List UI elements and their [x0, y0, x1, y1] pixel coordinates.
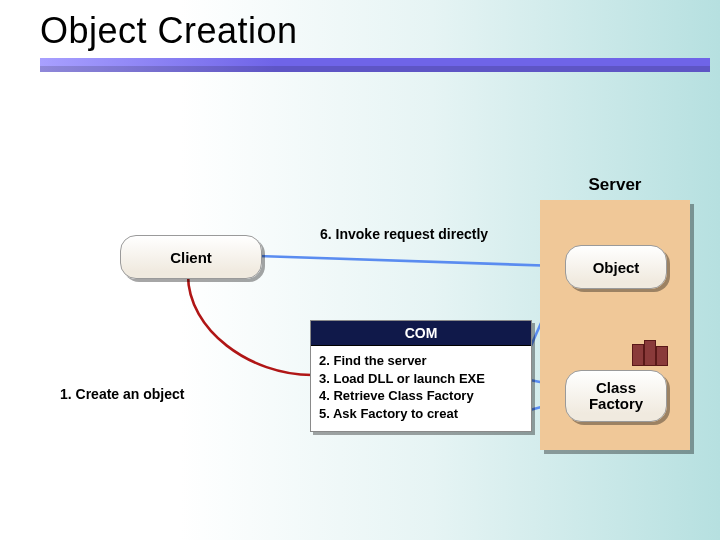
com-line-4: 4. Retrieve Class Factory [319, 387, 523, 405]
client-text: Client [170, 249, 212, 266]
title-underline [40, 58, 710, 72]
com-line-2: 2. Find the server [319, 352, 523, 370]
page-title: Object Creation [40, 10, 298, 52]
client-box: Client [120, 235, 262, 279]
diagram-stage: Server Client Object Class Factory COM 2… [0, 180, 720, 480]
svg-line-0 [258, 256, 558, 266]
factory-plug-icon [632, 340, 668, 366]
class-factory-text: Class Factory [589, 380, 643, 413]
object-text: Object [593, 259, 640, 276]
com-line-5: 5. Ask Factory to creat [319, 405, 523, 423]
caption-invoke: 6. Invoke request directly [320, 226, 488, 242]
com-line-3: 3. Load DLL or launch EXE [319, 370, 523, 388]
class-factory-box: Class Factory [565, 370, 667, 422]
object-box: Object [565, 245, 667, 289]
com-header: COM [311, 321, 531, 346]
server-label: Server [540, 175, 690, 195]
com-box: COM 2. Find the server 3. Load DLL or la… [310, 320, 532, 432]
com-body: 2. Find the server 3. Load DLL or launch… [311, 346, 531, 428]
caption-create: 1. Create an object [60, 386, 185, 402]
